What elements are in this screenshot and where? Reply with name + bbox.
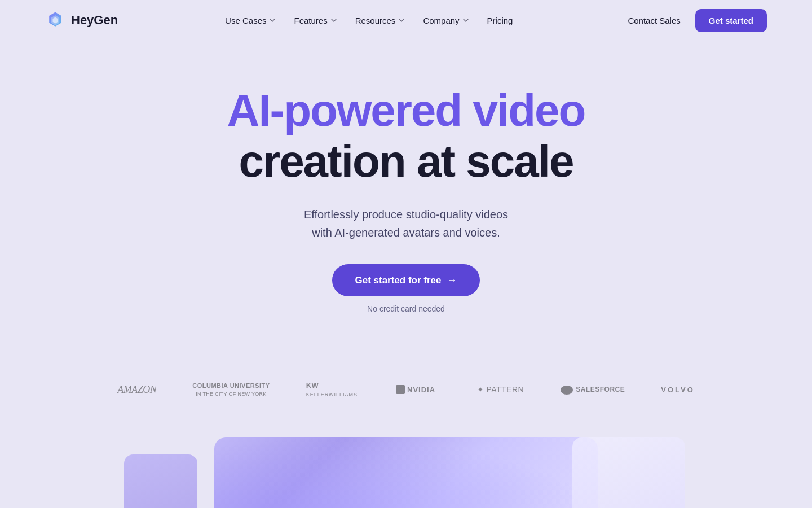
hero-cta-button[interactable]: Get started for free →: [332, 264, 479, 296]
hero-subtitle: Effortlessly produce studio-quality vide…: [304, 205, 508, 242]
brand-name: HeyGen: [71, 13, 118, 28]
get-started-button[interactable]: Get started: [695, 9, 767, 32]
video-main-card[interactable]: [214, 437, 598, 508]
hero-title-line1: AI-powered video: [227, 86, 585, 135]
nvidia-logo-icon: NVIDIA: [396, 384, 441, 395]
hero-title-line2: creation at scale: [239, 135, 573, 187]
logo-nvidia: NVIDIA: [396, 384, 441, 395]
nav-item-use-cases[interactable]: Use Cases: [217, 11, 284, 30]
nav-item-company[interactable]: Company: [415, 11, 476, 30]
hero-section: AI-powered video creation at scale Effor…: [0, 41, 812, 347]
svg-point-4: [567, 387, 572, 391]
svg-rect-0: [396, 385, 405, 394]
nav-item-resources[interactable]: Resources: [347, 11, 413, 30]
logo-salesforce: salesforce: [560, 384, 625, 395]
chevron-down-icon: [269, 17, 276, 24]
nav-item-pricing[interactable]: Pricing: [479, 11, 521, 30]
hero-cta-label: Get started for free: [355, 275, 441, 286]
svg-point-3: [561, 387, 567, 391]
no-credit-card-text: No credit card needed: [367, 304, 445, 313]
logos-section: amazon COLUMBIA UNIVERSITYIN THE CITY OF…: [0, 358, 812, 421]
heygen-logo-icon: [45, 10, 65, 30]
svg-text:NVIDIA: NVIDIA: [407, 386, 435, 394]
chevron-down-icon: [398, 17, 405, 24]
contact-sales-link[interactable]: Contact Sales: [620, 11, 688, 30]
arrow-icon: →: [447, 274, 457, 286]
logo-keller-williams: KWKELLERWILLIAMS.: [306, 381, 360, 398]
nav-item-features[interactable]: Features: [286, 11, 345, 30]
logo-pattern: ✦ pattern: [477, 385, 524, 394]
logo-columbia: COLUMBIA UNIVERSITYIN THE CITY OF NEW YO…: [192, 382, 270, 398]
video-side-card-right: [572, 437, 685, 508]
salesforce-cloud-icon: [560, 384, 573, 395]
nav-logo[interactable]: HeyGen: [45, 10, 118, 30]
nav-actions: Contact Sales Get started: [620, 9, 767, 32]
logo-amazon: amazon: [117, 384, 156, 396]
chevron-down-icon: [330, 17, 337, 24]
video-side-card-left: [124, 454, 197, 508]
nav-links: Use Cases Features Resources Company Pri…: [217, 11, 520, 30]
logo-volvo: VOLVO: [661, 386, 695, 394]
chevron-down-icon: [462, 17, 469, 24]
navbar: HeyGen Use Cases Features Resources Comp…: [0, 0, 812, 41]
video-preview-section: [0, 437, 812, 508]
